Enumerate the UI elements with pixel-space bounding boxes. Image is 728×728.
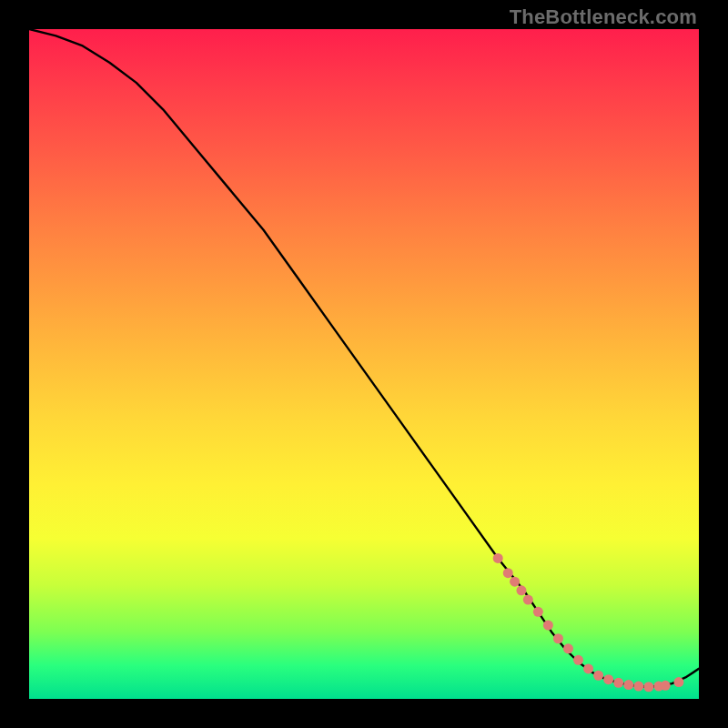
marker-dot xyxy=(633,682,643,692)
bottleneck-curve xyxy=(29,29,699,687)
marker-dot xyxy=(653,682,663,692)
marker-dot xyxy=(543,621,553,631)
marker-dot xyxy=(533,607,543,617)
curve-layer xyxy=(29,29,699,699)
marker-dot xyxy=(510,577,520,587)
marker-dot xyxy=(643,682,653,692)
plot-area xyxy=(29,29,699,699)
marker-dot xyxy=(573,655,583,665)
marker-dot xyxy=(603,674,613,684)
marker-dot xyxy=(516,585,526,595)
marker-dot xyxy=(673,677,683,687)
marker-dot xyxy=(623,680,633,690)
watermark-text: TheBottleneck.com xyxy=(510,5,697,29)
marker-dot xyxy=(553,633,563,643)
marker-dot xyxy=(661,681,671,691)
marker-dots xyxy=(493,553,684,692)
marker-dot xyxy=(523,595,533,605)
marker-dot xyxy=(563,643,573,653)
marker-dot xyxy=(593,671,603,681)
marker-dot xyxy=(503,568,513,578)
marker-dot xyxy=(583,663,593,673)
chart-frame: TheBottleneck.com xyxy=(0,0,728,728)
marker-dot xyxy=(613,678,623,688)
marker-dot xyxy=(493,553,503,563)
